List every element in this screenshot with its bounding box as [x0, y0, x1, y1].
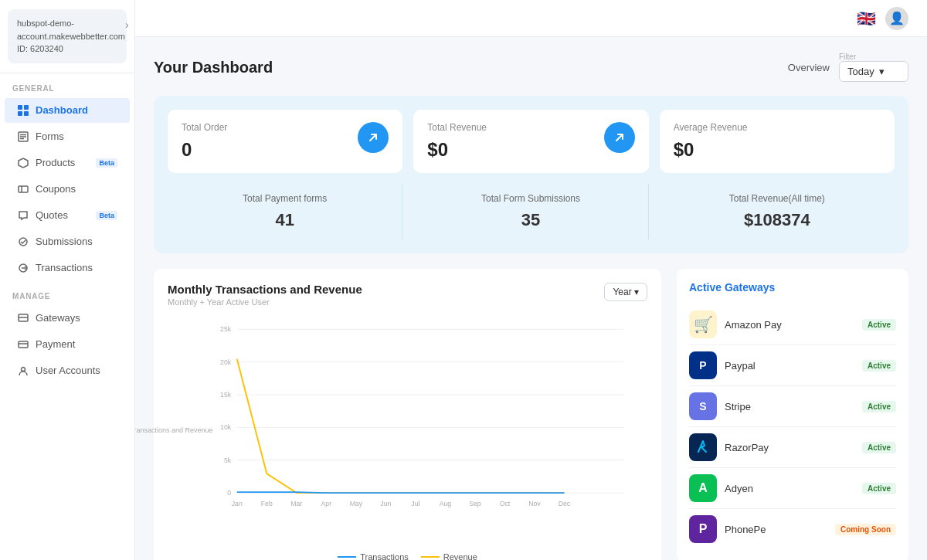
stripe-name: Stripe — [725, 401, 854, 412]
chevron-down-icon: ▾ — [879, 66, 885, 77]
sidebar-item-submissions[interactable]: Submissions — [5, 229, 130, 254]
dashboard-header: Your Dashboard Overview Filter Today ▾ — [154, 53, 908, 82]
sidebar-item-label: Payment — [36, 338, 75, 350]
chart-card: Monthly Transactions and Revenue Monthly… — [154, 269, 661, 560]
total-order-label: Total Order — [182, 122, 227, 133]
total-revenue-label: Total Revenue — [427, 122, 487, 133]
chart-legend: Transactions Revenue — [168, 552, 647, 560]
svg-rect-1 — [24, 105, 29, 110]
amazon-pay-badge: Active — [862, 319, 896, 331]
sidebar-item-label: Dashboard — [36, 104, 88, 116]
average-revenue-label: Average Revenue — [674, 122, 748, 133]
account-id: ID: 6203240 — [17, 44, 63, 53]
svg-text:May: May — [350, 500, 363, 507]
revenue-alltime-value: $108374 — [674, 210, 881, 230]
stats-bottom: Total Payment forms 41 Total Form Submis… — [168, 184, 895, 239]
chart-title: Monthly Transactions and Revenue — [168, 283, 362, 296]
phonepe-logo: P — [689, 515, 717, 543]
user-accounts-icon — [17, 365, 29, 377]
svg-text:Feb: Feb — [261, 500, 273, 507]
svg-rect-8 — [19, 186, 28, 192]
sidebar-item-dashboard[interactable]: Dashboard — [5, 98, 130, 123]
dashboard-title: Your Dashboard — [154, 59, 273, 76]
revenue-alltime-label: Total Revenue(All time) — [674, 193, 881, 204]
total-order-button[interactable] — [358, 122, 389, 153]
paypal-name: Paypal — [725, 360, 854, 372]
chart-title-group: Monthly Transactions and Revenue Monthly… — [168, 283, 362, 307]
stats-top: Total Order 0 Total Revenue $0 — [168, 110, 895, 173]
total-revenue-button[interactable] — [604, 122, 635, 153]
stats-container: Total Order 0 Total Revenue $0 — [154, 96, 908, 253]
gateway-amazon: 🛒 Amazon Pay Active — [689, 304, 896, 345]
adyen-logo: A — [689, 474, 717, 502]
chart-area: Transactions and Revenue 0 5k 10k 15k — [168, 314, 647, 546]
forms-icon — [17, 131, 29, 143]
average-revenue-card: Average Revenue $0 — [660, 110, 895, 173]
account-info: hubspot-demo-account.makewebbetter.com I… — [17, 17, 125, 56]
sidebar-header: hubspot-demo-account.makewebbetter.com I… — [0, 0, 134, 73]
sidebar-item-payment[interactable]: Payment — [5, 332, 130, 357]
svg-text:5k: 5k — [224, 456, 232, 464]
legend-transactions-label: Transactions — [360, 552, 409, 560]
form-submissions-card: Total Form Submissions 35 — [413, 184, 648, 239]
legend-revenue-label: Revenue — [443, 552, 477, 560]
total-revenue-card: Total Revenue $0 — [413, 110, 648, 173]
account-card[interactable]: hubspot-demo-account.makewebbetter.com I… — [8, 9, 127, 63]
amazon-pay-name: Amazon Pay — [725, 319, 854, 331]
main-content: 🇬🇧 👤 Your Dashboard Overview Filter Toda… — [135, 0, 927, 560]
gateway-paypal: P Paypal Active — [689, 345, 896, 386]
svg-text:25k: 25k — [220, 325, 232, 333]
sidebar-item-label: Transactions — [36, 262, 93, 273]
sidebar-item-label: Gateways — [36, 312, 80, 324]
transactions-line-icon — [338, 556, 356, 558]
gateway-adyen: A Adyen Active — [689, 468, 896, 509]
svg-rect-0 — [18, 105, 22, 110]
form-submissions-label: Total Form Submissions — [427, 193, 633, 204]
content-area: Your Dashboard Overview Filter Today ▾ T… — [135, 37, 927, 560]
sidebar-item-gateways[interactable]: Gateways — [5, 306, 130, 331]
account-arrow-icon: › — [125, 19, 129, 31]
filter-label: Filter — [839, 53, 856, 61]
revenue-line-icon — [421, 556, 440, 558]
filter-dropdown[interactable]: Today ▾ — [839, 61, 908, 82]
sidebar-item-label: Submissions — [36, 236, 93, 247]
stripe-badge: Active — [862, 401, 896, 412]
svg-text:Dec: Dec — [559, 500, 571, 507]
svg-text:Sep: Sep — [469, 500, 481, 507]
sidebar-item-products[interactable]: Products Beta — [5, 151, 130, 175]
average-revenue-value: $0 — [674, 139, 748, 161]
chart-svg: 0 5k 10k 15k 20k 25k Jan Feb Mar Apr May… — [199, 314, 647, 515]
sidebar-item-quotes[interactable]: Quotes Beta — [5, 203, 130, 228]
sidebar-item-coupons[interactable]: Coupons — [5, 177, 130, 202]
overview-label: Overview — [788, 62, 830, 73]
sidebar-item-transactions[interactable]: Transactions — [5, 256, 130, 280]
razorpay-badge: Active — [862, 442, 896, 453]
filter-value: Today — [847, 66, 874, 77]
sidebar-item-label: Products — [36, 157, 75, 168]
amazon-pay-logo: 🛒 — [689, 311, 717, 338]
gateways-title: Active Gateways — [689, 281, 896, 294]
revenue-alltime-card: Total Revenue(All time) $108374 — [660, 184, 895, 239]
transactions-icon — [17, 262, 29, 274]
svg-text:Oct: Oct — [500, 500, 511, 507]
submissions-icon — [17, 236, 29, 248]
chart-header: Monthly Transactions and Revenue Monthly… — [168, 283, 647, 307]
year-select[interactable]: Year ▾ — [604, 283, 647, 301]
chart-subtitle: Monthly + Year Active User — [168, 297, 362, 307]
paypal-badge: Active — [862, 360, 896, 372]
sidebar-item-user-accounts[interactable]: User Accounts — [5, 358, 130, 383]
year-label: Year — [613, 287, 631, 297]
avatar[interactable]: 👤 — [885, 7, 908, 30]
dashboard-icon — [17, 104, 29, 117]
sidebar-item-label: Forms — [36, 131, 64, 142]
topbar: 🇬🇧 👤 — [135, 0, 927, 37]
paypal-logo: P — [689, 351, 717, 379]
payment-forms-card: Total Payment forms 41 — [168, 184, 402, 239]
manage-section-label: MANAGE — [0, 281, 134, 305]
razorpay-logo — [689, 433, 717, 461]
sidebar-item-forms[interactable]: Forms — [5, 124, 130, 149]
general-section-label: GENERAL — [0, 73, 134, 97]
svg-text:15k: 15k — [220, 391, 232, 399]
svg-point-16 — [22, 367, 25, 371]
flag-icon[interactable]: 🇬🇧 — [857, 9, 876, 28]
